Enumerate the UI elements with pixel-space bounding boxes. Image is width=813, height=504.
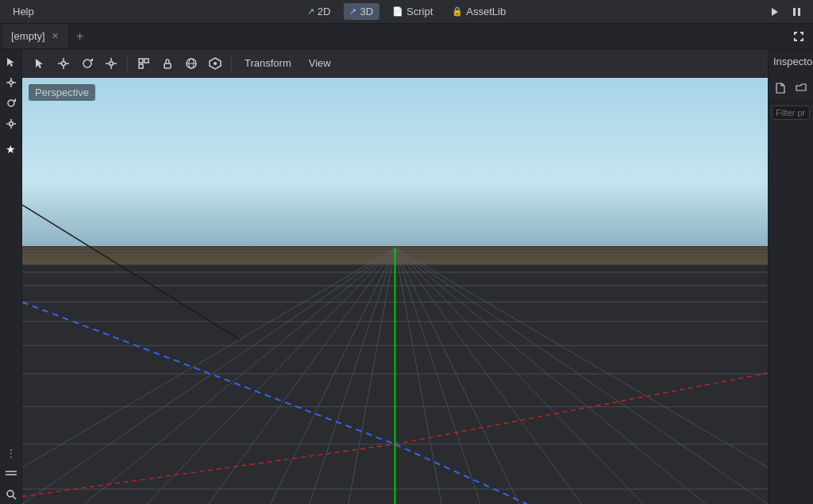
filter-input[interactable]: [772, 106, 810, 120]
svg-rect-32: [144, 59, 148, 63]
rotate-button[interactable]: [76, 52, 98, 75]
view-button[interactable]: View: [301, 54, 339, 72]
scene-tab[interactable]: [empty] ✕: [3, 24, 69, 48]
tab-close-button[interactable]: ✕: [50, 29, 60, 43]
select-button[interactable]: [29, 52, 51, 75]
mode-2d-button[interactable]: ↗ 2D: [301, 3, 337, 20]
menu-help[interactable]: Help: [6, 2, 40, 21]
fullscreen-button[interactable]: [788, 25, 810, 48]
snap-button[interactable]: [204, 52, 226, 75]
mode-3d-icon: ↗: [349, 6, 356, 17]
mode-3d-button[interactable]: ↗ 3D: [343, 3, 380, 20]
script-label: Script: [406, 6, 433, 17]
svg-marker-3: [7, 58, 14, 67]
left-panel: ★ ⋮: [0, 49, 22, 504]
menu-bar: Help ↗ 2D ↗ 3D 📄 Script 🔒 AssetLib: [0, 0, 813, 24]
toolbar: Transform View: [22, 49, 768, 78]
viewport-grid: [22, 78, 768, 504]
svg-point-4: [10, 81, 13, 84]
assetlib-button[interactable]: 🔒 AssetLib: [445, 3, 512, 20]
play-button[interactable]: [765, 2, 784, 21]
svg-point-20: [62, 61, 66, 65]
svg-rect-33: [139, 64, 143, 68]
tab-label: [empty]: [11, 30, 45, 42]
inspector-panel: Inspector: [768, 49, 813, 504]
svg-line-18: [13, 496, 16, 499]
svg-rect-40: [22, 78, 768, 250]
svg-rect-31: [139, 59, 143, 63]
svg-point-39: [214, 62, 217, 65]
filter-props: [769, 102, 813, 123]
add-tab-button[interactable]: +: [69, 24, 91, 48]
svg-point-17: [7, 491, 13, 497]
mesh-button[interactable]: [180, 52, 202, 75]
svg-rect-34: [164, 63, 171, 68]
lines-icon[interactable]: [2, 464, 21, 483]
toolbar-sep-1: [127, 56, 128, 71]
toolbar-sep-2: [231, 56, 232, 71]
svg-rect-2: [798, 8, 800, 16]
rotate-tool-icon[interactable]: [2, 94, 21, 113]
scale-tool-icon[interactable]: [2, 114, 21, 133]
tab-bar: [empty] ✕ +: [0, 24, 813, 49]
mode-2d-icon: ↗: [307, 6, 314, 17]
scale-button[interactable]: [100, 52, 122, 75]
main-area: ★ ⋮: [0, 49, 813, 504]
lock-button[interactable]: [156, 52, 179, 75]
3d-viewport[interactable]: Perspective: [22, 78, 768, 504]
move-button[interactable]: [52, 52, 75, 75]
inspector-folder-icon[interactable]: [792, 79, 810, 97]
assetlib-label: AssetLib: [466, 6, 506, 17]
viewport-container: Transform View: [22, 49, 768, 504]
assetlib-icon: 🔒: [452, 6, 463, 17]
search-icon[interactable]: [2, 485, 21, 504]
inspector-icons: [769, 75, 813, 102]
svg-rect-26: [110, 62, 113, 65]
svg-point-9: [8, 100, 14, 106]
bookmark-icon[interactable]: ★: [2, 140, 21, 159]
move-tool-icon[interactable]: [2, 73, 21, 92]
transform-select-button[interactable]: [133, 52, 155, 75]
transform-button[interactable]: Transform: [237, 54, 299, 72]
inspector-title: Inspector: [769, 49, 813, 75]
script-icon: 📄: [392, 6, 403, 17]
inspector-file-icon[interactable]: [772, 79, 789, 97]
svg-marker-0: [772, 8, 778, 16]
right-controls: [765, 2, 807, 21]
mode-2d-label: 2D: [318, 6, 331, 17]
select-tool-icon[interactable]: [2, 52, 21, 71]
dots-icon[interactable]: ⋮: [2, 444, 21, 463]
script-button[interactable]: 📄 Script: [386, 3, 439, 20]
svg-rect-1: [793, 8, 796, 16]
pause-button[interactable]: [788, 2, 807, 21]
mode-3d-label: 3D: [360, 6, 373, 17]
svg-marker-19: [36, 59, 43, 68]
perspective-label[interactable]: Perspective: [29, 84, 95, 101]
svg-rect-10: [10, 122, 13, 125]
